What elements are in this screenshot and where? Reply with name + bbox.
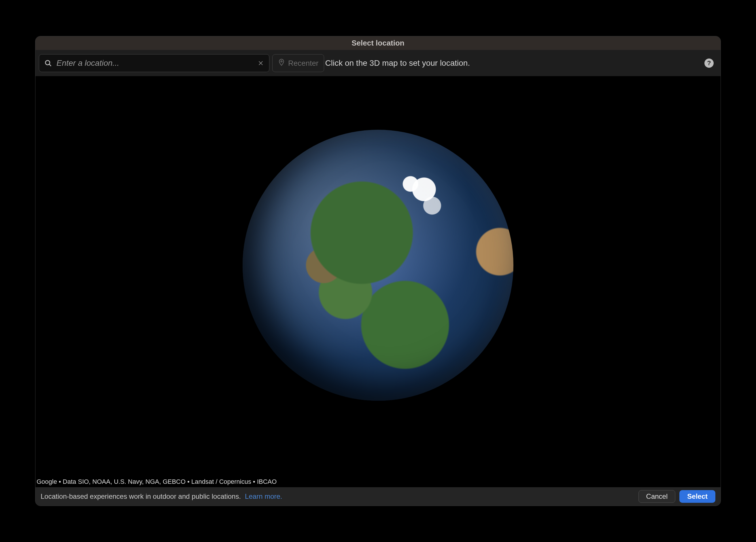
clear-search-button[interactable] (256, 58, 265, 68)
window-title: Select location (351, 39, 405, 48)
select-button[interactable]: Select (679, 490, 715, 503)
earth-globe (243, 130, 513, 401)
map-pin-icon (278, 58, 285, 68)
help-button[interactable]: ? (704, 58, 714, 68)
map-attribution: Google • Data SIO, NOAA, U.S. Navy, NGA,… (37, 478, 277, 486)
cancel-label: Cancel (646, 492, 668, 501)
map-instruction: Click on the 3D map to set your location… (325, 58, 470, 68)
select-label: Select (687, 492, 708, 501)
map-3d-canvas[interactable]: Google • Data SIO, NOAA, U.S. Navy, NGA,… (35, 76, 721, 487)
svg-point-4 (281, 61, 282, 62)
cancel-button[interactable]: Cancel (638, 490, 676, 503)
search-field-wrap (39, 54, 269, 72)
window-titlebar: Select location (35, 36, 721, 50)
recenter-button[interactable]: Recenter (272, 54, 324, 72)
recenter-label: Recenter (288, 59, 319, 68)
search-input[interactable] (39, 54, 269, 72)
footer-bar: Location-based experiences work in outdo… (35, 487, 721, 506)
svg-line-1 (49, 64, 51, 66)
toolbar: Recenter Click on the 3D map to set your… (35, 50, 721, 76)
footer-info-text: Location-based experiences work in outdo… (41, 492, 241, 501)
search-icon (44, 59, 52, 67)
help-icon: ? (707, 59, 711, 67)
select-location-window: Select location (35, 36, 721, 506)
learn-more-link[interactable]: Learn more. (245, 492, 282, 501)
